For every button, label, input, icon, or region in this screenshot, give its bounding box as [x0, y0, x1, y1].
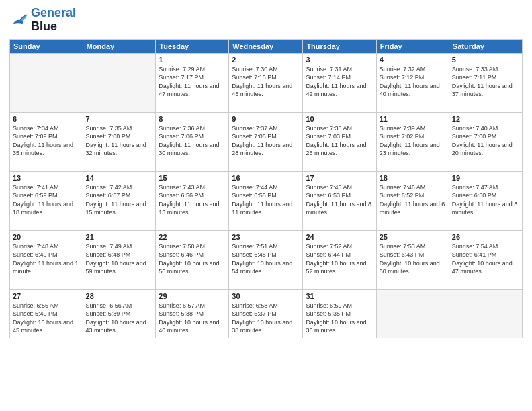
- calendar-cell: 19Sunrise: 7:47 AM Sunset: 6:50 PM Dayli…: [449, 171, 522, 230]
- calendar-cell: [10, 53, 83, 112]
- day-info: Sunrise: 7:29 AM Sunset: 7:17 PM Dayligh…: [159, 65, 226, 99]
- day-info: Sunrise: 7:45 AM Sunset: 6:53 PM Dayligh…: [306, 183, 373, 217]
- day-number: 1: [159, 56, 226, 64]
- calendar-cell: 15Sunrise: 7:43 AM Sunset: 6:56 PM Dayli…: [156, 171, 229, 230]
- calendar-cell: 1Sunrise: 7:29 AM Sunset: 7:17 PM Daylig…: [156, 53, 229, 112]
- day-info: Sunrise: 7:53 AM Sunset: 6:43 PM Dayligh…: [380, 242, 446, 276]
- page-container: General Blue SundayMondayTuesdayWednesda…: [0, 0, 532, 411]
- calendar-cell: 25Sunrise: 7:53 AM Sunset: 6:43 PM Dayli…: [376, 230, 449, 289]
- calendar-cell: 6Sunrise: 7:34 AM Sunset: 7:09 PM Daylig…: [10, 112, 83, 171]
- day-info: Sunrise: 6:57 AM Sunset: 5:38 PM Dayligh…: [159, 302, 226, 335]
- calendar-cell: 8Sunrise: 7:36 AM Sunset: 7:06 PM Daylig…: [156, 112, 229, 171]
- day-number: 19: [452, 174, 519, 182]
- day-number: 17: [306, 174, 373, 182]
- day-info: Sunrise: 7:43 AM Sunset: 6:56 PM Dayligh…: [159, 183, 226, 217]
- day-info: Sunrise: 7:35 AM Sunset: 7:08 PM Dayligh…: [86, 124, 153, 158]
- calendar-week-1: 1Sunrise: 7:29 AM Sunset: 7:17 PM Daylig…: [10, 53, 523, 112]
- day-info: Sunrise: 7:50 AM Sunset: 6:46 PM Dayligh…: [159, 242, 226, 276]
- day-number: 29: [159, 292, 226, 300]
- day-number: 5: [452, 56, 519, 64]
- calendar-cell: 16Sunrise: 7:44 AM Sunset: 6:55 PM Dayli…: [229, 171, 303, 230]
- calendar-cell: 4Sunrise: 7:32 AM Sunset: 7:12 PM Daylig…: [376, 53, 449, 112]
- day-number: 31: [306, 292, 373, 300]
- day-number: 12: [452, 115, 519, 123]
- logo-text-line2: Blue: [31, 20, 76, 34]
- day-number: 23: [232, 233, 300, 241]
- calendar-cell: 17Sunrise: 7:45 AM Sunset: 6:53 PM Dayli…: [303, 171, 376, 230]
- weekday-header-friday: Friday: [376, 39, 449, 53]
- day-number: 14: [86, 174, 153, 182]
- header: General Blue: [9, 7, 523, 34]
- calendar-cell: 27Sunrise: 6:55 AM Sunset: 5:40 PM Dayli…: [10, 289, 83, 338]
- day-info: Sunrise: 7:34 AM Sunset: 7:09 PM Dayligh…: [13, 124, 80, 158]
- day-number: 2: [232, 56, 300, 64]
- day-info: Sunrise: 7:48 AM Sunset: 6:49 PM Dayligh…: [13, 242, 80, 276]
- calendar-cell: 11Sunrise: 7:39 AM Sunset: 7:02 PM Dayli…: [376, 112, 449, 171]
- calendar-week-3: 13Sunrise: 7:41 AM Sunset: 6:59 PM Dayli…: [10, 171, 523, 230]
- calendar-week-5: 27Sunrise: 6:55 AM Sunset: 5:40 PM Dayli…: [10, 289, 523, 338]
- day-number: 13: [13, 174, 80, 182]
- day-number: 20: [13, 233, 80, 241]
- calendar-cell: [83, 53, 156, 112]
- day-info: Sunrise: 6:58 AM Sunset: 5:37 PM Dayligh…: [232, 302, 300, 335]
- day-info: Sunrise: 7:33 AM Sunset: 7:11 PM Dayligh…: [452, 65, 519, 99]
- calendar-cell: 20Sunrise: 7:48 AM Sunset: 6:49 PM Dayli…: [10, 230, 83, 289]
- calendar-cell: 29Sunrise: 6:57 AM Sunset: 5:38 PM Dayli…: [156, 289, 229, 338]
- weekday-header-monday: Monday: [83, 39, 156, 53]
- day-info: Sunrise: 7:52 AM Sunset: 6:44 PM Dayligh…: [306, 242, 373, 276]
- day-number: 11: [380, 115, 446, 123]
- day-number: 8: [159, 115, 226, 123]
- day-info: Sunrise: 7:41 AM Sunset: 6:59 PM Dayligh…: [13, 183, 80, 217]
- day-number: 27: [13, 292, 80, 300]
- day-info: Sunrise: 7:30 AM Sunset: 7:15 PM Dayligh…: [232, 65, 300, 99]
- day-info: Sunrise: 7:37 AM Sunset: 7:05 PM Dayligh…: [232, 124, 300, 158]
- day-info: Sunrise: 6:55 AM Sunset: 5:40 PM Dayligh…: [13, 302, 80, 335]
- day-number: 7: [86, 115, 153, 123]
- calendar-week-4: 20Sunrise: 7:48 AM Sunset: 6:49 PM Dayli…: [10, 230, 523, 289]
- calendar-cell: 24Sunrise: 7:52 AM Sunset: 6:44 PM Dayli…: [303, 230, 376, 289]
- day-number: 21: [86, 233, 153, 241]
- calendar-cell: 26Sunrise: 7:54 AM Sunset: 6:41 PM Dayli…: [449, 230, 522, 289]
- day-number: 25: [380, 233, 446, 241]
- day-number: 18: [380, 174, 446, 182]
- weekday-header-row: SundayMondayTuesdayWednesdayThursdayFrid…: [10, 39, 523, 53]
- logo-text-line1: General: [31, 7, 76, 20]
- weekday-header-wednesday: Wednesday: [229, 39, 303, 53]
- day-info: Sunrise: 7:51 AM Sunset: 6:45 PM Dayligh…: [232, 242, 300, 276]
- day-number: 24: [306, 233, 373, 241]
- calendar-cell: 21Sunrise: 7:49 AM Sunset: 6:48 PM Dayli…: [83, 230, 156, 289]
- calendar-cell: 9Sunrise: 7:37 AM Sunset: 7:05 PM Daylig…: [229, 112, 303, 171]
- day-info: Sunrise: 7:32 AM Sunset: 7:12 PM Dayligh…: [380, 65, 446, 99]
- day-info: Sunrise: 6:56 AM Sunset: 5:39 PM Dayligh…: [86, 302, 153, 335]
- day-info: Sunrise: 7:47 AM Sunset: 6:50 PM Dayligh…: [452, 183, 519, 217]
- calendar-cell: [376, 289, 449, 338]
- weekday-header-thursday: Thursday: [303, 39, 376, 53]
- calendar-cell: [449, 289, 522, 338]
- day-number: 16: [232, 174, 300, 182]
- day-number: 6: [13, 115, 80, 123]
- calendar-cell: 13Sunrise: 7:41 AM Sunset: 6:59 PM Dayli…: [10, 171, 83, 230]
- day-number: 9: [232, 115, 300, 123]
- day-number: 10: [306, 115, 373, 123]
- day-info: Sunrise: 7:44 AM Sunset: 6:55 PM Dayligh…: [232, 183, 300, 217]
- day-info: Sunrise: 7:38 AM Sunset: 7:03 PM Dayligh…: [306, 124, 373, 158]
- calendar-cell: 12Sunrise: 7:40 AM Sunset: 7:00 PM Dayli…: [449, 112, 522, 171]
- logo-icon: [9, 11, 28, 30]
- calendar-cell: 2Sunrise: 7:30 AM Sunset: 7:15 PM Daylig…: [229, 53, 303, 112]
- day-info: Sunrise: 7:46 AM Sunset: 6:52 PM Dayligh…: [380, 183, 446, 217]
- day-info: Sunrise: 7:40 AM Sunset: 7:00 PM Dayligh…: [452, 124, 519, 158]
- day-info: Sunrise: 7:36 AM Sunset: 7:06 PM Dayligh…: [159, 124, 226, 158]
- calendar-cell: 18Sunrise: 7:46 AM Sunset: 6:52 PM Dayli…: [376, 171, 449, 230]
- day-number: 28: [86, 292, 153, 300]
- calendar-cell: 14Sunrise: 7:42 AM Sunset: 6:57 PM Dayli…: [83, 171, 156, 230]
- calendar-table: SundayMondayTuesdayWednesdayThursdayFrid…: [9, 39, 523, 338]
- calendar-cell: 22Sunrise: 7:50 AM Sunset: 6:46 PM Dayli…: [156, 230, 229, 289]
- day-info: Sunrise: 7:31 AM Sunset: 7:14 PM Dayligh…: [306, 65, 373, 99]
- day-info: Sunrise: 7:39 AM Sunset: 7:02 PM Dayligh…: [380, 124, 446, 158]
- calendar-cell: 23Sunrise: 7:51 AM Sunset: 6:45 PM Dayli…: [229, 230, 303, 289]
- calendar-week-2: 6Sunrise: 7:34 AM Sunset: 7:09 PM Daylig…: [10, 112, 523, 171]
- calendar-cell: 30Sunrise: 6:58 AM Sunset: 5:37 PM Dayli…: [229, 289, 303, 338]
- day-info: Sunrise: 7:42 AM Sunset: 6:57 PM Dayligh…: [86, 183, 153, 217]
- day-number: 26: [452, 233, 519, 241]
- calendar-cell: 28Sunrise: 6:56 AM Sunset: 5:39 PM Dayli…: [83, 289, 156, 338]
